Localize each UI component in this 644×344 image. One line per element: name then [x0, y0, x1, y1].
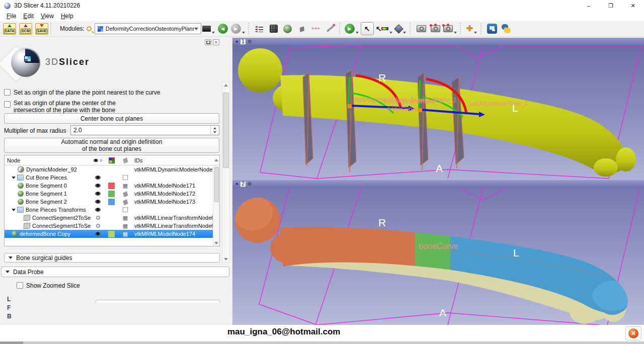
tree-scrollbar[interactable]: [213, 165, 219, 246]
markups-button[interactable]: ✳✳✳: [310, 22, 322, 35]
tree-row[interactable]: ConnectSegment2ToSeg...▦vtkMRMLLinearTra…: [5, 214, 219, 222]
history-back-button[interactable]: ◄: [217, 22, 229, 35]
center-bone-cut-planes-button[interactable]: Center bone cut planes: [4, 113, 219, 124]
tree-row[interactable]: Bone Pieces Transforms: [5, 206, 219, 214]
eye-open-icon[interactable]: [95, 184, 101, 188]
place-rotate-button[interactable]: [394, 22, 407, 35]
transform-cell[interactable]: [118, 207, 132, 212]
visibility-cell[interactable]: [91, 216, 105, 220]
color-cell[interactable]: [105, 191, 118, 197]
module-search-icon[interactable]: [87, 26, 92, 31]
tree-row[interactable]: ConnectSegment1ToSeg...▦vtkMRMLLinearTra…: [5, 222, 219, 230]
tree-scroll-up[interactable]: [213, 159, 219, 161]
visibility-cell[interactable]: [91, 224, 105, 228]
color-cell[interactable]: [105, 183, 118, 189]
automatic-normal-button[interactable]: Automatic normal and origin definition o…: [4, 138, 219, 153]
scene-restore-button[interactable]: [443, 22, 457, 35]
color-swatch[interactable]: [108, 231, 115, 237]
eye-open-icon[interactable]: [95, 208, 101, 212]
close-button[interactable]: ✕: [622, 0, 644, 11]
crosshair-button[interactable]: ✚: [465, 22, 477, 35]
tree-row[interactable]: Bone Segment 1▦vtkMRMLModelNode172: [5, 190, 219, 198]
tree-row[interactable]: deformedBone Copy▦vtkMRMLModelNode174: [5, 230, 219, 238]
tree-expander-icon[interactable]: [12, 177, 16, 179]
screenshot-button[interactable]: [202, 22, 215, 35]
spinbox-arrows[interactable]: [210, 126, 219, 135]
restore-button[interactable]: ❐: [600, 0, 622, 11]
minimize-button[interactable]: –: [578, 0, 600, 11]
transform-cell[interactable]: ▦: [118, 191, 132, 197]
view1-settings-gear-icon[interactable]: ⚙: [248, 39, 252, 44]
transform-cell[interactable]: ▦: [118, 215, 132, 221]
tree-row[interactable]: Bone Segment 2▦vtkMRMLModelNode173: [5, 198, 219, 206]
color-cell[interactable]: [105, 199, 118, 205]
threed-view-1[interactable]: startAlignmentPlane_1 endAlignmentPlane_…: [232, 45, 644, 180]
origin-center-checkbox[interactable]: [4, 101, 11, 108]
tree-row[interactable]: DynamicModeler_92vtkMRMLDynamicModelerNo…: [5, 165, 219, 174]
show-zoomed-slice-checkbox[interactable]: [17, 282, 23, 289]
transform-cell[interactable]: ▦: [118, 183, 132, 189]
visibility-cell[interactable]: [91, 184, 105, 188]
visibility-cell[interactable]: [91, 192, 105, 196]
menu-view[interactable]: View: [37, 12, 57, 21]
tree-expander-icon[interactable]: [12, 209, 16, 211]
history-forward-button[interactable]: ►: [231, 22, 245, 35]
data-probe-section[interactable]: Data Probe: [1, 267, 229, 277]
eye-open-icon[interactable]: [95, 232, 101, 236]
dicom-button[interactable]: DCM: [19, 23, 32, 35]
view1-number[interactable]: 1: [240, 39, 246, 45]
spin-down-icon[interactable]: [213, 131, 216, 133]
transform-cell[interactable]: ▦: [118, 231, 132, 237]
view2-settings-gear-icon[interactable]: ⚙: [248, 182, 252, 187]
panel-scroll-up[interactable]: [224, 84, 228, 87]
threed-view-2[interactable]: boneCurve R L A: [232, 188, 644, 325]
panel-close-button[interactable]: ×: [213, 39, 219, 45]
error-log-button[interactable]: ✕: [625, 326, 641, 340]
menu-file[interactable]: File: [3, 12, 20, 21]
eye-open-icon[interactable]: [95, 200, 101, 204]
spin-up-icon[interactable]: [213, 127, 216, 129]
interaction-mode-button[interactable]: ↖: [361, 22, 374, 35]
scene-views-button[interactable]: [429, 22, 441, 35]
eye-open-icon[interactable]: [95, 192, 101, 196]
transform-cell[interactable]: [118, 175, 132, 180]
tree-row[interactable]: Cut Bone Pieces: [5, 174, 219, 182]
eye-open-icon[interactable]: [95, 176, 101, 180]
place-markup-button[interactable]: ↖: [376, 22, 393, 35]
load-data-button[interactable]: DATA: [3, 23, 16, 35]
extensions-manager-button[interactable]: [486, 22, 498, 35]
color-swatch[interactable]: [108, 199, 115, 205]
tree-row[interactable]: Bone Segment 0▦vtkMRMLModelNode171: [5, 182, 219, 190]
transforms-button[interactable]: ▦: [296, 22, 308, 35]
panel-scrollbar[interactable]: [222, 82, 230, 263]
color-swatch[interactable]: [108, 191, 115, 197]
visibility-cell[interactable]: [91, 200, 105, 204]
origin-nearest-checkbox[interactable]: [4, 89, 11, 96]
visibility-cell[interactable]: [91, 208, 105, 212]
models-button[interactable]: [282, 22, 294, 35]
eye-hidden-icon[interactable]: [96, 216, 100, 220]
bone-surgical-guides-section[interactable]: Bone surgical guides: [4, 253, 220, 263]
color-cell[interactable]: [105, 231, 118, 237]
color-swatch[interactable]: [108, 183, 115, 189]
module-selector-combobox[interactable]: DeformityCorrectionOsteotomyPlanner: [95, 23, 201, 34]
column-transform-icon[interactable]: ▦: [118, 157, 132, 163]
visibility-cell[interactable]: [91, 232, 105, 236]
screen-capture-button[interactable]: [415, 22, 427, 35]
python-console-button[interactable]: [500, 22, 512, 35]
eye-hidden-icon[interactable]: [96, 224, 100, 228]
pin-icon[interactable]: ◄: [234, 182, 238, 186]
go-to-module-button[interactable]: ►: [345, 22, 359, 35]
panel-scroll-down[interactable]: [224, 258, 228, 261]
menu-edit[interactable]: Edit: [20, 12, 37, 21]
transform-cell[interactable]: ▦: [118, 223, 132, 229]
column-ids[interactable]: IDs: [132, 157, 213, 163]
tree-scroll-down[interactable]: [214, 242, 218, 244]
volume-rendering-button[interactable]: [268, 22, 280, 35]
pin-icon[interactable]: ◄: [234, 40, 238, 44]
layout-selector-button[interactable]: [254, 22, 266, 35]
save-button[interactable]: SAVE: [35, 23, 48, 35]
annotations-button[interactable]: [324, 22, 336, 35]
multiplier-spinbox[interactable]: 2.0: [70, 125, 219, 135]
menu-help[interactable]: Help: [57, 12, 77, 21]
